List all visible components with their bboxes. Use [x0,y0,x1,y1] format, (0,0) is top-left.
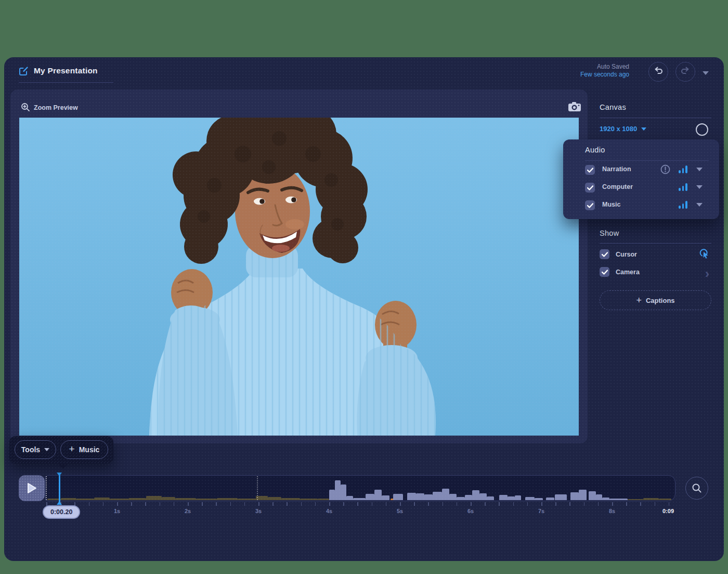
cursor-label: Cursor [616,251,637,258]
canvas-section-title: Canvas [600,103,626,111]
timeline-zoom-button[interactable] [685,477,708,500]
computer-volume-bars-icon[interactable] [679,183,689,191]
music-label: Music [602,201,620,208]
title-underline [19,82,113,83]
tick-label: 2s [185,508,191,514]
captions-button-label: Captions [646,297,675,304]
tools-caret-icon [44,448,49,451]
audio-track-row-narration: Narration [563,163,719,177]
tick-label: 7s [538,508,544,514]
resolution-dropdown[interactable]: 1920 x 1080 [600,125,646,133]
tools-popover: Tools + Music [9,436,113,464]
canvas-color-circle-icon[interactable] [696,123,708,136]
add-captions-button[interactable]: + Captions [600,290,711,310]
tick-label: 1s [114,508,120,514]
narration-checkbox[interactable] [585,165,595,175]
preview-photo [19,118,579,436]
add-music-button[interactable]: + Music [60,440,108,459]
tools-button-label: Tools [21,445,40,454]
camera-snapshot-icon[interactable] [568,101,581,114]
undo-icon [653,66,664,78]
timeline-section-marker [257,476,258,500]
topbar-dropdown-caret-icon[interactable] [703,71,709,75]
plus-icon: + [69,443,75,455]
autosave-status: Auto Saved Few seconds ago [580,63,629,79]
app-window: My Presentation Auto Saved Few seconds a… [4,57,724,561]
autosave-status-line: Auto Saved [580,63,629,71]
canvas-divider [600,118,711,118]
redo-icon [680,66,691,78]
audio-track-row-computer: Computer [563,181,719,195]
computer-label: Computer [602,183,633,190]
play-button[interactable] [19,475,45,501]
timeline-ruler: 1s2s3s4s5s6s7s8s0:09 [46,501,678,518]
edit-icon[interactable] [19,66,29,78]
warning-icon[interactable] [660,164,670,176]
music-caret-icon[interactable] [696,203,703,207]
plus-icon: + [636,297,642,304]
cursor-highlight-icon[interactable] [699,248,710,262]
audio-track-row-music: Music [563,199,719,212]
audio-section-title: Audio [585,146,605,154]
redo-button[interactable] [675,62,695,82]
timeline-start-marker [46,476,47,500]
resolution-caret-icon [641,127,646,131]
narration-caret-icon[interactable] [696,168,703,171]
tick-label: 3s [255,508,262,514]
computer-checkbox[interactable] [585,183,595,193]
tick-label: 0:09 [662,508,674,514]
undo-button[interactable] [648,62,668,82]
playhead[interactable] [59,473,60,504]
autosave-time-line: Few seconds ago [580,71,629,79]
tools-button[interactable]: Tools [15,440,56,459]
preview-panel: Zoom Preview [10,90,588,443]
waveform [46,476,674,501]
computer-caret-icon[interactable] [696,185,703,189]
show-divider [600,243,711,244]
resolution-value: 1920 x 1080 [600,125,637,133]
tick-label: 6s [467,508,474,514]
preview-header-label: Zoom Preview [34,104,78,111]
search-icon [692,483,702,493]
narration-label: Narration [602,165,631,173]
current-time-badge[interactable]: 0:00.20 [43,505,80,519]
audio-panel: Audio Narration Computer [563,139,719,219]
canvas-stage[interactable] [19,118,579,436]
narration-volume-bars-icon[interactable] [679,165,689,173]
music-button-label: Music [79,445,100,454]
tick-label: 8s [609,508,615,514]
show-section-title: Show [600,229,619,237]
cursor-checkbox[interactable] [600,249,609,259]
music-volume-bars-icon[interactable] [679,201,689,209]
play-icon [26,482,37,494]
music-checkbox[interactable] [585,200,595,210]
document-title[interactable]: My Presentation [34,66,98,75]
camera-checkbox[interactable] [600,267,609,277]
tick-label: 5s [397,508,403,514]
zoom-plus-icon[interactable] [21,103,30,114]
tick-label: 4s [326,508,332,514]
camera-label: Camera [616,269,640,276]
audio-divider [585,160,709,161]
